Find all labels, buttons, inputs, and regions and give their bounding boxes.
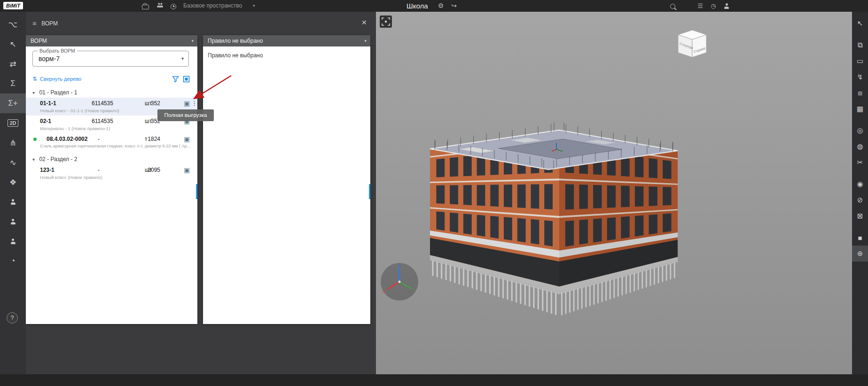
collapse-tree-button[interactable]: ⇅ Свернуть дерево (32, 76, 81, 82)
shaded-view-icon: ■ (858, 234, 862, 242)
measure-icon: ▭ (857, 57, 863, 65)
tool-hierarchy[interactable]: ⋔ (0, 133, 26, 153)
row-name: 123-1 (40, 167, 55, 173)
section-cut-icon: ✂ (857, 158, 863, 167)
group-label: 02 - Раздел - 2 (39, 156, 77, 162)
panel-scroll-indicator[interactable] (369, 184, 370, 199)
row-menu-icon[interactable]: ⋮ (191, 100, 197, 107)
time-icon[interactable] (168, 0, 179, 12)
share-icon[interactable]: ↪ (449, 0, 459, 12)
isolate-icon: ⊠ (857, 212, 863, 220)
tool-show[interactable]: ◉ (852, 176, 868, 192)
tool-select-tool[interactable]: ↖ (0, 34, 26, 54)
show-icon: ◉ (857, 180, 863, 188)
user-icon (10, 199, 16, 205)
locate-icon: ◎ (857, 126, 863, 135)
takeoff-table-icon[interactable]: ▣ (184, 135, 190, 143)
row-subtitle: Материалы - 1 (Новое правило-1) (40, 126, 193, 131)
row-code: - (98, 167, 100, 173)
charts-icon: ∿ (9, 158, 16, 168)
view-2d-icon: 2D (8, 119, 18, 127)
hierarchy-icon: ⋔ (9, 138, 16, 148)
row-name: 02-1 (40, 118, 51, 124)
viewport-3d[interactable]: Спереди Справа Z X Y (376, 12, 852, 374)
tool-user[interactable] (0, 192, 26, 212)
tool-dashboard[interactable]: ◔ (0, 251, 26, 271)
dashboard-icon: ◔ (10, 256, 15, 266)
group-chevron-icon: ▾ (32, 90, 35, 95)
takeoff-icon: Σ (10, 79, 16, 88)
tool-takeoff[interactable]: Σ (0, 74, 26, 93)
group-chevron-icon: ▾ (32, 157, 35, 162)
tree-group[interactable]: ▾ 02 - Раздел - 2 (26, 154, 197, 164)
window-title: ВОРМ (41, 20, 58, 27)
filter-icon[interactable] (172, 76, 179, 83)
tool-clash[interactable]: ↯ (852, 69, 868, 85)
workspace-chevron-icon[interactable]: ▾ (253, 0, 255, 12)
tool-locate[interactable]: ◎ (852, 123, 868, 139)
tool-section-cut[interactable]: ✂ (852, 154, 868, 170)
display-modes-icon: ⧉ (858, 41, 863, 49)
tool-links[interactable]: ⇄ (0, 54, 26, 74)
hide-icon: ⊘ (857, 196, 863, 204)
tool-select-cursor[interactable]: ↖ (852, 15, 868, 31)
team-icon[interactable] (154, 0, 165, 12)
worm-select[interactable]: Выбрать ВОРМ ворм-7 ▾ (32, 51, 189, 67)
table-row[interactable]: 08.4.03.02-0002 - т 1824 ▣ Сталь арматур… (26, 133, 197, 154)
close-icon[interactable]: ✕ (361, 19, 367, 26)
help-button[interactable]: ? (7, 312, 18, 324)
select-all-icon[interactable] (183, 76, 190, 83)
window-menu-icon[interactable]: ≡ (32, 20, 36, 27)
axis-gizmo[interactable]: Z X Y (380, 262, 419, 301)
tool-model-structure[interactable]: ⌥ (0, 15, 26, 34)
settings-gear-icon[interactable]: ⚙ (436, 0, 446, 12)
tool-view-2d[interactable]: 2D (0, 113, 26, 133)
select-cursor-icon: ↖ (857, 19, 863, 28)
search-icon[interactable] (667, 0, 678, 12)
orbit-icon: ⊕ (857, 249, 863, 258)
worm-panel-header[interactable]: ВОРМ ▾ (26, 35, 197, 46)
rule-panel-body: Правило не выбрано (203, 46, 370, 64)
workspace-selector[interactable]: Базовое пространство (183, 0, 242, 12)
tool-hide[interactable]: ⊘ (852, 192, 868, 208)
tool-orbit[interactable]: ⊕ (852, 246, 868, 262)
tool-user-location[interactable] (0, 232, 26, 251)
tool-display-modes[interactable]: ⧉ (852, 37, 868, 53)
collapse-icon: ⇅ (32, 76, 37, 82)
tool-charts[interactable]: ∿ (0, 153, 26, 172)
rule-panel: Правило не выбрано ▾ Правило не выбрано (203, 35, 370, 324)
tool-takeoff-plus[interactable]: Σ+ (0, 93, 26, 113)
clash-icon: ↯ (857, 73, 863, 81)
list-icon[interactable]: ☰ (695, 0, 705, 12)
app-logo[interactable]: BiMiT (3, 2, 23, 9)
takeoff-table-icon[interactable]: ▣ (184, 100, 190, 107)
takeoff-table-icon[interactable]: ▣ (184, 166, 190, 174)
focus-button[interactable] (380, 15, 392, 28)
table-row[interactable]: 123-1 - шт 2095 ▣ Новый класс (Новое пра… (26, 164, 197, 182)
worm-select-value: ворм-7 (39, 51, 60, 66)
user-roles-icon (10, 219, 16, 224)
rule-panel-header[interactable]: Правило не выбрано ▾ (203, 35, 370, 46)
tool-grids[interactable]: ▦ (852, 101, 868, 117)
tree-group[interactable]: ▾ 01 - Раздел - 1 (26, 87, 197, 98)
projects-icon[interactable] (140, 0, 150, 12)
tool-plugins[interactable]: ❖ (0, 172, 26, 192)
tool-user-roles[interactable] (0, 212, 26, 232)
select-tool-icon: ↖ (9, 39, 16, 49)
account-icon[interactable] (721, 0, 732, 12)
row-code: - (98, 136, 100, 142)
history-icon[interactable]: ◷ (708, 0, 719, 12)
tool-mask[interactable]: ◍ (852, 139, 868, 154)
tool-section-box[interactable]: ⧈ (852, 85, 868, 101)
tool-isolate[interactable]: ⊠ (852, 208, 868, 224)
top-bar: BiMiT Базовое пространство ▾ Школа ⚙ ↪ ☰… (0, 0, 868, 12)
tool-shaded-view[interactable]: ■ (852, 230, 868, 246)
view-cube[interactable]: Спереди Справа (673, 26, 712, 62)
row-name: 08.4.03.02-0002 (47, 136, 87, 142)
tool-measure[interactable]: ▭ (852, 53, 868, 69)
grids-icon: ▦ (857, 105, 863, 113)
panel-scroll-indicator[interactable] (196, 184, 197, 199)
plugins-icon: ❖ (9, 178, 16, 187)
status-dot (33, 138, 37, 141)
mask-icon: ◍ (857, 142, 863, 151)
